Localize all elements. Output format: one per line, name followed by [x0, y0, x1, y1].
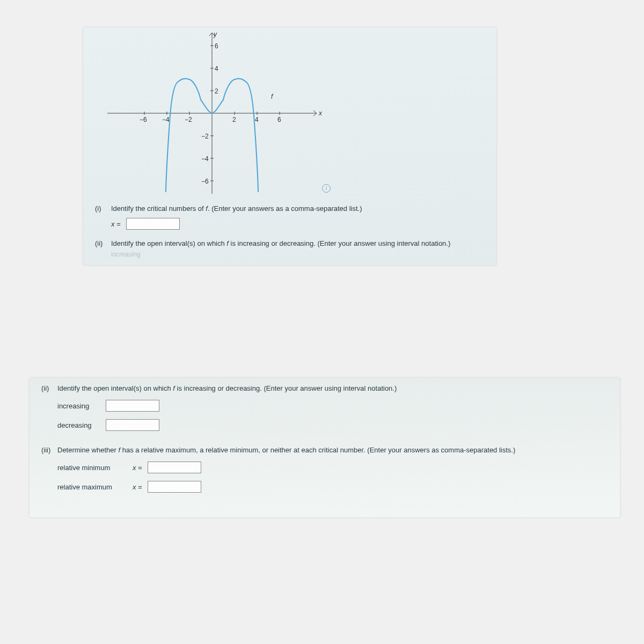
question-iii-text: Determine whether f has a relative maxim…: [57, 446, 515, 454]
cut-off-label: increasing: [111, 251, 141, 258]
question-ii-top: (ii) Identify the open interval(s) on wh…: [95, 239, 485, 258]
question-ii-text: Identify the open interval(s) on which f…: [57, 384, 397, 392]
question-i: (i) Identify the critical numbers of f. …: [95, 204, 485, 230]
eq-rel-min: x =: [133, 464, 142, 472]
y-tick--4: −4: [201, 155, 209, 163]
y-axis-label: y: [214, 31, 217, 38]
label-rel-max: relative maximum: [57, 483, 127, 491]
question-ii-num-top: (ii): [95, 239, 111, 247]
y-tick--6: −6: [201, 178, 209, 185]
y-tick--2: −2: [201, 133, 209, 140]
x-tick--6: −6: [140, 116, 147, 123]
input-increasing[interactable]: [106, 400, 159, 412]
question-ii-num: (ii): [41, 384, 57, 392]
question-i-num: (i): [95, 204, 111, 213]
input-decreasing[interactable]: [106, 419, 159, 431]
top-panel: −6 −4 −2 2 4 6 6 4 2 −2 −4 −6 y x f i (i…: [83, 27, 496, 265]
y-tick-4: 4: [215, 65, 218, 72]
answer-i-label: x =: [111, 220, 121, 228]
answer-i-input[interactable]: [126, 218, 180, 230]
question-iii: (iii) Determine whether f has a relative…: [41, 446, 608, 493]
question-ii: (ii) Identify the open interval(s) on wh…: [41, 384, 608, 431]
input-rel-max[interactable]: [148, 481, 201, 493]
label-rel-min: relative minimum: [57, 464, 127, 472]
info-icon[interactable]: i: [322, 184, 331, 193]
x-tick--4: −4: [162, 116, 170, 123]
question-iii-num: (iii): [41, 446, 57, 454]
graph: −6 −4 −2 2 4 6 6 4 2 −2 −4 −6 y x f i: [107, 33, 317, 194]
function-label: f: [271, 93, 273, 100]
label-decreasing: decreasing: [57, 421, 100, 429]
question-i-text: Identify the critical numbers of f. (Ent…: [111, 204, 362, 213]
plot-svg: [107, 33, 317, 194]
x-axis-label: x: [319, 109, 322, 117]
label-increasing: increasing: [57, 402, 100, 410]
eq-rel-max: x =: [133, 483, 142, 491]
x-tick-4: 4: [255, 116, 259, 123]
x-tick--2: −2: [185, 116, 192, 123]
y-tick-2: 2: [215, 87, 218, 95]
x-tick-6: 6: [277, 116, 281, 123]
x-tick-2: 2: [232, 116, 236, 123]
question-ii-text-top: Identify the open interval(s) on which f…: [111, 239, 450, 247]
input-rel-min[interactable]: [148, 462, 201, 473]
bottom-panel: (ii) Identify the open interval(s) on wh…: [30, 378, 620, 517]
y-tick-6: 6: [215, 42, 218, 50]
